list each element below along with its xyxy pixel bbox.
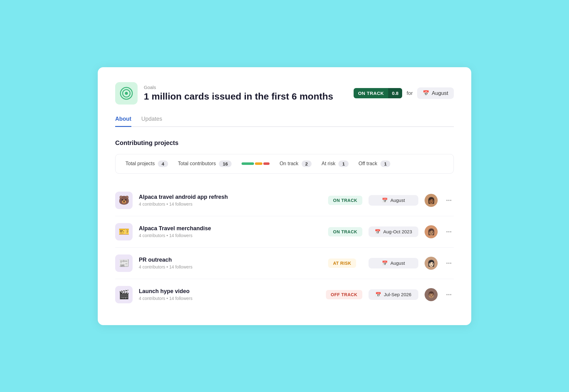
date-label: Jul-Sep 2026 — [384, 292, 411, 297]
dot-1 — [446, 200, 448, 201]
status-label: ON TRACK — [354, 88, 388, 98]
status-badge: ON TRACK — [328, 227, 362, 236]
project-row: 🎫 Alpaca Travel merchandise 4 contributo… — [115, 216, 454, 248]
project-date[interactable]: 📅 Aug-Oct 2023 — [369, 226, 418, 237]
off-track-summary-count: 1 — [380, 161, 390, 167]
tab-updates[interactable]: Updates — [141, 116, 162, 127]
section-title: Contributing projects — [115, 139, 454, 147]
progress-bar-mini — [242, 162, 270, 165]
dot-2 — [448, 294, 449, 295]
tabs: About Updates — [115, 116, 454, 127]
avatar: 👩🏻 — [425, 257, 438, 270]
month-badge[interactable]: 📅 August — [417, 87, 454, 99]
total-projects-label: Total projects — [125, 161, 155, 166]
status-score: 0.8 — [388, 88, 402, 98]
project-date[interactable]: 📅 Jul-Sep 2026 — [369, 289, 418, 300]
dot-3 — [450, 231, 451, 232]
dot-2 — [448, 200, 449, 201]
month-label: August — [432, 90, 448, 96]
goal-icon — [115, 82, 138, 105]
total-projects: Total projects 4 — [125, 161, 168, 167]
project-meta: 4 contributors • 14 followers — [139, 264, 322, 269]
main-card: Goals 1 million cards issued in the firs… — [98, 67, 471, 325]
avatar: 👨🏽 — [425, 288, 438, 301]
project-icon: 🎫 — [115, 223, 133, 240]
header-left: Goals 1 million cards issued in the firs… — [115, 82, 333, 105]
dot-3 — [450, 200, 451, 201]
project-info: Alpaca Travel merchandise 4 contributors… — [139, 225, 322, 238]
project-info: Launch hype video 4 contributors • 14 fo… — [139, 288, 320, 301]
svg-point-2 — [125, 92, 128, 95]
status-badge: OFF TRACK — [326, 290, 362, 299]
project-icon: 🎬 — [115, 286, 133, 303]
project-status: AT RISK — [328, 259, 362, 268]
tab-about[interactable]: About — [115, 116, 131, 127]
project-row: 🎬 Launch hype video 4 contributors • 14 … — [115, 279, 454, 310]
project-status: OFF TRACK — [326, 290, 362, 299]
at-risk-summary: At risk 1 — [322, 161, 349, 167]
dot-3 — [450, 263, 451, 264]
avatar-image: 👩🏻 — [425, 257, 438, 270]
goals-label: Goals — [144, 85, 333, 90]
more-menu-button[interactable] — [444, 198, 454, 202]
status-badge: ON TRACK — [328, 196, 362, 205]
date-label: August — [390, 260, 405, 266]
avatar-image: 👩🏾 — [425, 194, 438, 207]
project-row: 📰 PR outreach 4 contributors • 14 follow… — [115, 248, 454, 279]
status-badge: AT RISK — [328, 259, 356, 268]
at-risk-summary-label: At risk — [322, 161, 335, 166]
project-name: Alpaca Travel merchandise — [139, 225, 322, 232]
on-track-summary: On track 2 — [280, 161, 312, 167]
for-label: for — [407, 90, 413, 96]
dot-1 — [446, 263, 448, 264]
at-risk-bar — [255, 162, 262, 165]
header-right: ON TRACK 0.8 for 📅 August — [354, 87, 454, 99]
project-status: ON TRACK — [328, 196, 362, 205]
avatar: 👩🏽 — [425, 225, 438, 238]
off-track-bar — [263, 162, 270, 165]
dot-1 — [446, 294, 448, 295]
at-risk-summary-count: 1 — [338, 161, 348, 167]
date-label: August — [390, 198, 405, 203]
dot-1 — [446, 231, 448, 232]
project-date[interactable]: 📅 August — [369, 195, 418, 206]
on-track-summary-label: On track — [280, 161, 298, 166]
header-title-group: Goals 1 million cards issued in the firs… — [144, 85, 333, 102]
dot-2 — [448, 231, 449, 232]
more-menu-button[interactable] — [444, 230, 454, 234]
project-meta: 4 contributors • 14 followers — [139, 296, 320, 301]
project-info: PR outreach 4 contributors • 14 follower… — [139, 257, 322, 269]
project-row: 🐻 Alpaca travel android app refresh 4 co… — [115, 185, 454, 216]
more-menu-button[interactable] — [444, 261, 454, 265]
project-name: Launch hype video — [139, 288, 320, 295]
on-track-summary-count: 2 — [302, 161, 312, 167]
total-contributors: Total contributors 16 — [178, 161, 232, 167]
summary-bar: Total projects 4 Total contributors 16 O… — [115, 154, 454, 174]
date-calendar-icon: 📅 — [375, 229, 381, 235]
more-menu-button[interactable] — [444, 293, 454, 296]
date-calendar-icon: 📅 — [382, 260, 388, 266]
project-date[interactable]: 📅 August — [369, 258, 418, 268]
off-track-summary: Off track 1 — [359, 161, 391, 167]
dot-2 — [448, 263, 449, 264]
calendar-icon: 📅 — [423, 90, 429, 96]
on-track-bar — [242, 162, 254, 165]
project-name: PR outreach — [139, 257, 322, 263]
dot-3 — [450, 294, 451, 295]
project-meta: 4 contributors • 14 followers — [139, 233, 322, 238]
avatar-image: 👨🏽 — [425, 288, 438, 301]
project-icon: 🐻 — [115, 192, 133, 209]
project-info: Alpaca travel android app refresh 4 cont… — [139, 194, 322, 207]
project-list: 🐻 Alpaca travel android app refresh 4 co… — [115, 185, 454, 310]
date-label: Aug-Oct 2023 — [383, 229, 412, 234]
total-contributors-count: 16 — [219, 161, 232, 167]
project-meta: 4 contributors • 14 followers — [139, 202, 322, 207]
project-status: ON TRACK — [328, 227, 362, 236]
header: Goals 1 million cards issued in the firs… — [115, 82, 454, 105]
page-title: 1 million cards issued in the first 6 mo… — [144, 91, 333, 102]
total-projects-count: 4 — [158, 161, 168, 167]
project-icon: 📰 — [115, 254, 133, 272]
avatar-image: 👩🏽 — [425, 225, 438, 238]
on-track-badge: ON TRACK 0.8 — [354, 88, 402, 98]
avatar: 👩🏾 — [425, 194, 438, 207]
